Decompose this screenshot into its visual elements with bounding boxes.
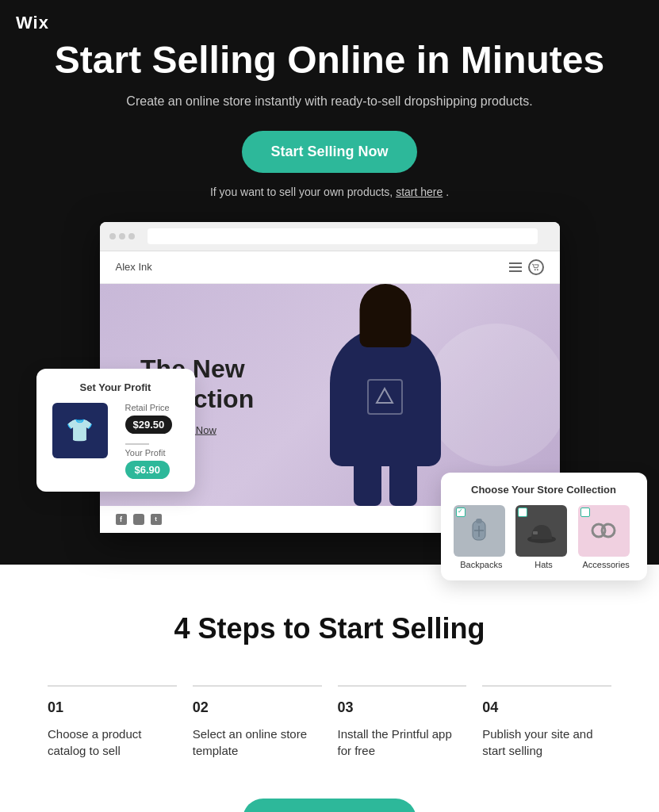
store-nav-icons — [509, 259, 544, 275]
step-item-4: 04 Publish your site and start selling — [482, 685, 611, 759]
accessories-image — [578, 505, 630, 557]
steps-title: 4 Steps to Start Selling — [48, 612, 611, 645]
step-number-3: 03 — [338, 699, 467, 716]
browser-dot-red — [109, 233, 116, 239]
cart-icon[interactable] — [528, 259, 544, 275]
twitter-icon[interactable]: t — [151, 514, 162, 525]
profit-card-title: Set Your Profit — [52, 381, 179, 393]
browser-mockup: Set Your Profit 👕 Retail Price $29.50 Yo… — [100, 222, 560, 565]
retail-price-label: Retail Price — [125, 403, 173, 412]
retail-price-value: $29.50 — [125, 416, 173, 434]
svg-marker-2 — [377, 389, 393, 403]
accessories-checkbox[interactable] — [580, 508, 590, 517]
collection-card-title: Choose Your Store Collection — [454, 484, 634, 496]
step-number-4: 04 — [482, 699, 611, 716]
profit-thumbnail: 👕 — [52, 403, 108, 458]
svg-point-0 — [534, 269, 535, 270]
svg-point-10 — [602, 524, 615, 537]
step-number-2: 02 — [193, 699, 322, 716]
collection-card: Choose Your Store Collection Backpacks — [441, 473, 647, 580]
profit-card: Set Your Profit 👕 Retail Price $29.50 Yo… — [36, 369, 195, 492]
hat-checkbox[interactable] — [518, 508, 527, 517]
hero-subtitle: Create an online store instantly with re… — [16, 94, 643, 109]
store-name: Alex Ink — [116, 261, 152, 273]
collection-item-accessories: Accessories — [578, 505, 634, 569]
hero-cta-button[interactable]: Start Selling Now — [242, 131, 416, 173]
hat-label: Hats — [515, 560, 572, 569]
svg-rect-8 — [533, 531, 538, 534]
instagram-icon[interactable] — [133, 514, 144, 525]
backpack-label: Backpacks — [454, 560, 510, 569]
collection-items: Backpacks Hats — [454, 505, 634, 569]
step-desc-3: Install the Printful app for free — [338, 726, 467, 759]
hamburger-icon[interactable] — [509, 262, 522, 272]
svg-point-1 — [536, 269, 538, 270]
svg-rect-4 — [476, 519, 482, 523]
profit-divider — [125, 443, 149, 445]
step-item-1: 01 Choose a product catalog to sell — [48, 685, 177, 759]
step-desc-1: Choose a product catalog to sell — [48, 726, 177, 759]
step-number-1: 01 — [48, 699, 177, 716]
backpack-image — [454, 505, 505, 557]
browser-bar — [100, 222, 560, 251]
step-item-2: 02 Select an online store template — [193, 685, 322, 759]
hero-small-text: If you want to sell your own products, s… — [16, 186, 643, 198]
hat-image — [515, 505, 567, 557]
steps-cta: Start Selling Now — [48, 799, 611, 812]
accessories-label: Accessories — [578, 560, 634, 569]
facebook-icon[interactable]: f — [116, 514, 127, 525]
wix-logo: Wix — [16, 13, 49, 33]
steps-grid: 01 Choose a product catalog to sell 02 S… — [48, 685, 611, 759]
store-header: Alex Ink — [100, 251, 560, 284]
profit-details: Retail Price $29.50 Your Profit $6.90 — [125, 403, 173, 479]
steps-section: 4 Steps to Start Selling 01 Choose a pro… — [0, 565, 659, 812]
hero-section: Wix Start Selling Online in Minutes Crea… — [0, 0, 659, 565]
collection-item-hat: Hats — [515, 505, 572, 569]
browser-dots — [109, 233, 135, 239]
browser-url-bar — [148, 228, 538, 244]
steps-cta-button[interactable]: Start Selling Now — [243, 799, 417, 812]
backpack-checkbox[interactable] — [456, 508, 466, 517]
browser-dot-yellow — [119, 233, 125, 239]
browser-dot-green — [128, 233, 135, 239]
hero-title: Start Selling Online in Minutes — [16, 40, 643, 82]
step-desc-4: Publish your site and start selling — [482, 726, 611, 759]
step-desc-2: Select an online store template — [193, 726, 322, 759]
profit-value: $6.90 — [125, 461, 170, 479]
your-profit-label: Your Profit — [125, 448, 173, 458]
start-here-link[interactable]: start here — [396, 186, 443, 198]
collection-item-backpack: Backpacks — [454, 505, 510, 569]
step-item-3: 03 Install the Printful app for free — [338, 685, 467, 759]
